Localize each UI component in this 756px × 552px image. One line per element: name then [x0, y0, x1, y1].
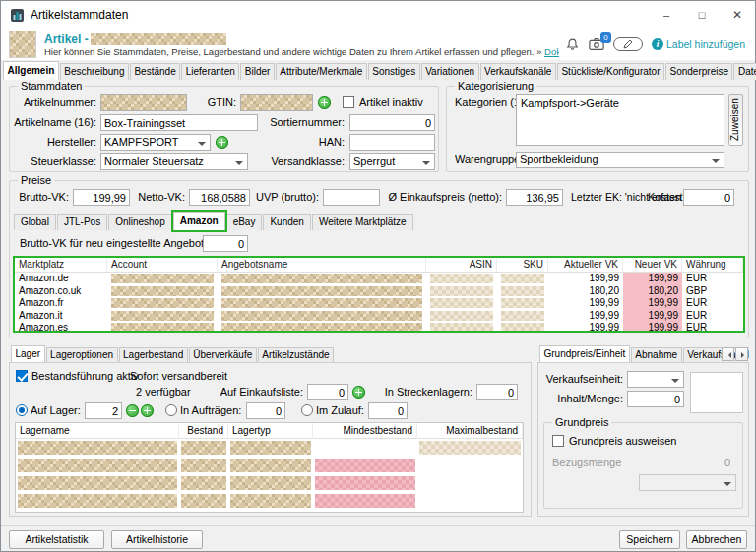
- in-auftraegen-radio[interactable]: [165, 404, 177, 416]
- auf-lager-plus-button[interactable]: [141, 404, 154, 417]
- brutto-vk-input[interactable]: [73, 189, 130, 206]
- col-lagername[interactable]: Lagername: [16, 423, 179, 438]
- tab-verkaufskanaele[interactable]: Verkaufskanäle: [480, 63, 556, 80]
- tab-attribute-merkmale[interactable]: Attribute/Merkmale: [276, 63, 367, 80]
- tab-scroll-left-button[interactable]: [722, 347, 734, 361]
- subtab-global[interactable]: Global: [14, 214, 56, 230]
- tab-scroll-right-button[interactable]: [735, 347, 748, 361]
- table-row-amazon-de[interactable]: Amazon.de 199,99 199,99 EUR: [15, 273, 743, 285]
- hersteller-add-button[interactable]: [216, 136, 228, 149]
- neu-angebote-input[interactable]: [203, 235, 248, 252]
- artikelname-input[interactable]: [100, 114, 258, 131]
- tab-sonstiges[interactable]: Sonstiges: [368, 63, 420, 80]
- neuer-vk-cell[interactable]: 199,99: [623, 310, 682, 323]
- col-aktueller-vk[interactable]: Aktueller VK: [548, 258, 623, 272]
- table-row-amazon-co-uk[interactable]: Amazon.co.uk 180,20 180,20 GBP: [15, 285, 743, 298]
- lager-row[interactable]: [16, 492, 523, 510]
- uvp-input[interactable]: [323, 189, 380, 206]
- col-bestand[interactable]: Bestand: [179, 423, 228, 438]
- tab-lieferanten[interactable]: Lieferanten: [181, 63, 239, 80]
- col-marktplatz[interactable]: Marktplatz: [15, 258, 107, 272]
- kosten-input[interactable]: [683, 189, 734, 206]
- im-zulauf-input[interactable]: [368, 402, 408, 419]
- einkaufspreis-input[interactable]: [506, 189, 563, 206]
- subtab-artikelzustaende[interactable]: Artikelzustände: [258, 347, 334, 362]
- artikel-inaktiv-checkbox[interactable]: [343, 96, 354, 108]
- steuerklasse-select[interactable]: Normaler Steuersatz: [100, 153, 248, 170]
- subtab-lager[interactable]: Lager: [11, 345, 45, 362]
- col-waehrung[interactable]: Währung: [682, 258, 743, 272]
- col-asin[interactable]: ASIN: [426, 258, 497, 272]
- maximize-button[interactable]: □: [684, 1, 720, 29]
- artikelhistorie-button[interactable]: Artikelhistorie: [111, 530, 203, 549]
- auf-lager-input[interactable]: [85, 402, 122, 419]
- tab-bestaende[interactable]: Bestände: [130, 63, 180, 80]
- tab-sonderpreise[interactable]: Sonderpreise: [665, 63, 732, 80]
- close-button[interactable]: ✕: [720, 1, 755, 29]
- hersteller-select[interactable]: KAMPFSPORT: [100, 134, 211, 151]
- lager-row[interactable]: [16, 439, 523, 457]
- auf-lager-minus-button[interactable]: [126, 404, 139, 417]
- table-row-amazon-fr[interactable]: Amazon.fr 199,99 199,99 EUR: [15, 297, 743, 310]
- kategorien-listbox[interactable]: Kampfsport->Geräte: [516, 94, 724, 146]
- inhalt-menge-input[interactable]: [627, 391, 684, 407]
- edit-mode-toggle[interactable]: [613, 37, 643, 51]
- neuer-vk-cell[interactable]: 180,20: [623, 285, 682, 298]
- grundpreis-ausweisen-checkbox[interactable]: [552, 435, 564, 447]
- tab-stueckliste-konfigurator[interactable]: Stückliste/Konfigurator: [557, 63, 664, 80]
- table-row-amazon-it[interactable]: Amazon.it 199,99 199,99 EUR: [15, 310, 743, 323]
- dokumentation-link[interactable]: Dokumentation: [544, 46, 559, 57]
- tab-variationen[interactable]: Variationen: [421, 63, 479, 80]
- abbrechen-button[interactable]: Abbrechen: [686, 530, 747, 549]
- im-zulauf-radio[interactable]: [301, 404, 313, 416]
- bestandsfuehrung-checkbox[interactable]: [16, 370, 28, 382]
- artikelstatistik-button[interactable]: Artikelstatistik: [9, 530, 104, 549]
- subtab-amazon[interactable]: Amazon: [173, 212, 225, 230]
- col-maximalbestand[interactable]: Maximalbestand: [417, 423, 523, 438]
- einkaufsliste-input[interactable]: [307, 384, 348, 400]
- subtab-lagerbestand[interactable]: Lagerbestand: [119, 347, 188, 362]
- sortiernummer-input[interactable]: [349, 114, 435, 131]
- tab-beschreibung[interactable]: Beschreibung: [60, 63, 129, 80]
- camera-icon-wrap[interactable]: 0: [589, 37, 604, 51]
- subtab-lageroptionen[interactable]: Lageroptionen: [46, 347, 118, 362]
- artikelnummer-input[interactable]: [100, 94, 187, 111]
- neuer-vk-cell[interactable]: 199,99: [623, 322, 682, 333]
- lager-row[interactable]: [16, 474, 523, 492]
- tab-dateien[interactable]: Dateien: [733, 63, 756, 80]
- auf-lager-radio[interactable]: [16, 404, 28, 416]
- subtab-grundpreis-einheit[interactable]: Grundpreis/Einheit: [539, 345, 630, 362]
- col-neuer-vk[interactable]: Neuer VK: [623, 258, 682, 272]
- han-input[interactable]: [349, 134, 435, 151]
- gtin-add-button[interactable]: [318, 96, 331, 109]
- tab-allgemein[interactable]: Allgemein: [3, 61, 59, 80]
- table-row-amazon-es[interactable]: Amazon.es 199,99 199,99 EUR: [15, 322, 743, 333]
- neuer-vk-cell[interactable]: 199,99: [623, 297, 682, 310]
- minimize-button[interactable]: –: [649, 1, 684, 29]
- bell-icon[interactable]: [565, 37, 580, 52]
- subtab-ueberverkaeufe[interactable]: Überverkäufe: [189, 347, 257, 362]
- neuer-vk-cell[interactable]: 199,99: [623, 273, 682, 285]
- streckenlager-input[interactable]: [476, 384, 518, 400]
- subtab-kunden[interactable]: Kunden: [263, 214, 310, 230]
- versandklasse-select[interactable]: Sperrgut: [349, 153, 435, 170]
- subtab-jtl-pos[interactable]: JTL-Pos: [57, 214, 107, 230]
- col-sku[interactable]: SKU: [497, 258, 548, 272]
- einkaufsliste-add-button[interactable]: [352, 386, 365, 399]
- gtin-input[interactable]: [240, 94, 313, 111]
- col-mindestbestand[interactable]: Mindestbestand: [313, 423, 417, 438]
- col-angebotsname[interactable]: Angebotsname: [218, 258, 426, 272]
- tab-bilder[interactable]: Bilder: [240, 63, 275, 80]
- article-thumbnail[interactable]: [9, 31, 36, 58]
- verkaufseinheit-select[interactable]: [627, 371, 684, 388]
- label-hinzufuegen-link[interactable]: i Label hinzufügen: [652, 38, 745, 50]
- warengruppe-select[interactable]: Sportbekleidung: [516, 152, 724, 168]
- subtab-ebay[interactable]: eBay: [226, 214, 263, 230]
- speichern-button[interactable]: Speichern: [619, 530, 680, 549]
- lager-row[interactable]: [16, 457, 523, 474]
- subtab-onlineshop[interactable]: Onlineshop: [108, 214, 172, 230]
- col-account[interactable]: Account: [107, 258, 218, 272]
- subtab-weitere-marktplaetze[interactable]: Weitere Marktplätze: [312, 214, 413, 230]
- netto-vk-input[interactable]: [189, 189, 250, 206]
- in-auftraegen-input[interactable]: [246, 402, 285, 419]
